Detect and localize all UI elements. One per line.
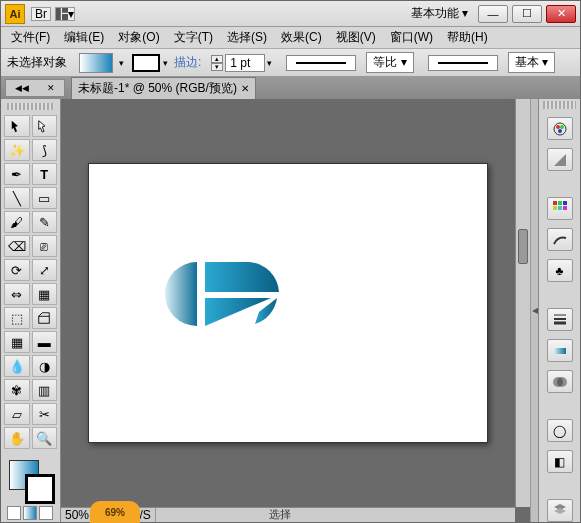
toolbox-grip[interactable] xyxy=(7,103,54,110)
graphic-styles-panel-icon[interactable]: ◧ xyxy=(547,450,573,473)
menu-edit[interactable]: 编辑(E) xyxy=(58,27,110,48)
artwork-logo[interactable] xyxy=(149,254,299,334)
stroke-indicator[interactable] xyxy=(25,474,55,504)
panel-collapse-strip[interactable] xyxy=(530,99,538,522)
svg-rect-13 xyxy=(563,206,567,210)
svg-rect-11 xyxy=(553,206,557,210)
symbols-panel-icon[interactable]: ♣ xyxy=(547,259,573,282)
stroke-weight-input[interactable]: 1 pt xyxy=(225,54,265,72)
layers-panel-icon[interactable] xyxy=(547,499,573,522)
free-transform-tool[interactable]: ▦ xyxy=(32,283,58,305)
perspective-tool[interactable] xyxy=(32,307,58,329)
paintbrush-tool[interactable]: 🖌 xyxy=(4,211,30,233)
brush-definition[interactable] xyxy=(428,55,498,71)
stroke-swatch[interactable] xyxy=(132,54,160,72)
menu-effect[interactable]: 效果(C) xyxy=(275,27,328,48)
rotate-tool[interactable]: ⟳ xyxy=(4,259,30,281)
fill-stroke-indicator[interactable] xyxy=(3,456,58,502)
control-bar: 未选择对象 ▾ 描边: ▴▾ 1 pt ▾ 等比 ▾ 基本 ▾ xyxy=(1,49,580,77)
pencil-tool[interactable]: ✎ xyxy=(32,211,58,233)
workspace-switcher[interactable]: 基本功能 ▾ xyxy=(411,5,468,22)
tab-title: 未标题-1* @ 50% (RGB/预览) xyxy=(78,80,237,97)
scale-tool[interactable]: ⤢ xyxy=(32,259,58,281)
svg-rect-12 xyxy=(558,206,562,210)
svg-point-6 xyxy=(560,125,564,129)
color-mode-icon[interactable] xyxy=(7,506,21,520)
fill-swatch[interactable] xyxy=(79,53,113,73)
panel-dock: ♣ ◯ ◧ xyxy=(538,99,580,522)
toolbox-dock-header[interactable]: ◀◀✕ xyxy=(5,79,65,97)
gradient-panel-icon[interactable] xyxy=(547,339,573,362)
color-guide-panel-icon[interactable] xyxy=(547,148,573,171)
hand-tool[interactable]: ✋ xyxy=(4,427,30,449)
zoom-tool[interactable]: 🔍 xyxy=(32,427,58,449)
selection-tool[interactable] xyxy=(4,115,30,137)
profile-label[interactable]: 等比 ▾ xyxy=(366,52,413,73)
svg-point-5 xyxy=(556,125,560,129)
symbol-sprayer-tool[interactable]: ✾ xyxy=(4,379,30,401)
menu-type[interactable]: 文字(T) xyxy=(168,27,219,48)
close-button[interactable]: ✕ xyxy=(546,5,576,23)
panel-grip[interactable] xyxy=(543,101,576,109)
hint-badge: 69% xyxy=(90,501,140,523)
brushes-panel-icon[interactable] xyxy=(547,228,573,251)
rectangle-tool[interactable]: ▭ xyxy=(32,187,58,209)
shape-builder-tool[interactable]: ⬚ xyxy=(4,307,30,329)
lasso-tool[interactable]: ⟆ xyxy=(32,139,58,161)
titlebar: Ai Br ▾ 基本功能 ▾ — ☐ ✕ xyxy=(1,1,580,27)
gradient-tool[interactable]: ▬ xyxy=(32,331,58,353)
svg-rect-1 xyxy=(62,8,68,13)
arrange-docs-icon[interactable]: ▾ xyxy=(55,7,75,21)
eraser-tool[interactable]: ⎚ xyxy=(32,235,58,257)
pen-tool[interactable]: ✒ xyxy=(4,163,30,185)
type-tool[interactable]: T xyxy=(32,163,58,185)
svg-rect-3 xyxy=(39,317,50,324)
slice-tool[interactable]: ✂ xyxy=(32,403,58,425)
document-tab[interactable]: 未标题-1* @ 50% (RGB/预览) ✕ xyxy=(71,77,256,99)
stroke-label[interactable]: 描边: xyxy=(174,54,201,71)
appearance-panel-icon[interactable]: ◯ xyxy=(547,419,573,442)
color-panel-icon[interactable] xyxy=(547,117,573,140)
svg-rect-8 xyxy=(553,201,557,205)
minimize-button[interactable]: — xyxy=(478,5,508,23)
svg-rect-2 xyxy=(62,14,68,20)
transparency-panel-icon[interactable] xyxy=(547,370,573,393)
horizontal-scrollbar[interactable] xyxy=(201,507,515,522)
menu-object[interactable]: 对象(O) xyxy=(112,27,165,48)
eyedropper-tool[interactable]: 💧 xyxy=(4,355,30,377)
direct-selection-tool[interactable] xyxy=(32,115,58,137)
menu-select[interactable]: 选择(S) xyxy=(221,27,273,48)
tab-close-icon[interactable]: ✕ xyxy=(241,83,249,94)
canvas-viewport[interactable] xyxy=(61,99,515,507)
brush-style-label[interactable]: 基本 ▾ xyxy=(508,52,555,73)
artboard[interactable] xyxy=(88,163,488,443)
stroke-stepper[interactable]: ▴▾ xyxy=(211,55,223,71)
document-tabbar: ◀◀✕ 未标题-1* @ 50% (RGB/预览) ✕ xyxy=(1,77,580,99)
width-tool[interactable]: ⇔ xyxy=(4,283,30,305)
blend-tool[interactable]: ◑ xyxy=(32,355,58,377)
stroke-panel-icon[interactable] xyxy=(547,308,573,331)
none-mode-icon[interactable] xyxy=(39,506,53,520)
mesh-tool[interactable]: ▦ xyxy=(4,331,30,353)
bridge-icon[interactable]: Br xyxy=(31,7,51,21)
app-logo: Ai xyxy=(5,4,25,24)
magic-wand-tool[interactable]: ✨ xyxy=(4,139,30,161)
menu-file[interactable]: 文件(F) xyxy=(5,27,56,48)
gradient-mode-icon[interactable] xyxy=(23,506,37,520)
selection-status: 未选择对象 xyxy=(7,54,67,71)
vertical-scrollbar[interactable] xyxy=(515,99,530,507)
blob-brush-tool[interactable]: ⌫ xyxy=(4,235,30,257)
menu-view[interactable]: 视图(V) xyxy=(330,27,382,48)
toolbox: ✨ ⟆ ✒ T ╲ ▭ 🖌 ✎ ⌫ ⎚ ⟳ ⤢ xyxy=(1,99,61,522)
graph-tool[interactable]: ▥ xyxy=(32,379,58,401)
maximize-button[interactable]: ☐ xyxy=(512,5,542,23)
variable-width-profile[interactable] xyxy=(286,55,356,71)
canvas-area: 50% ⇅ 0.05K/S 选择 xyxy=(61,99,530,522)
swatches-panel-icon[interactable] xyxy=(547,197,573,220)
svg-rect-9 xyxy=(558,201,562,205)
line-tool[interactable]: ╲ xyxy=(4,187,30,209)
artboard-tool[interactable]: ▱ xyxy=(4,403,30,425)
svg-rect-17 xyxy=(554,348,566,354)
menu-help[interactable]: 帮助(H) xyxy=(441,27,494,48)
menu-window[interactable]: 窗口(W) xyxy=(384,27,439,48)
